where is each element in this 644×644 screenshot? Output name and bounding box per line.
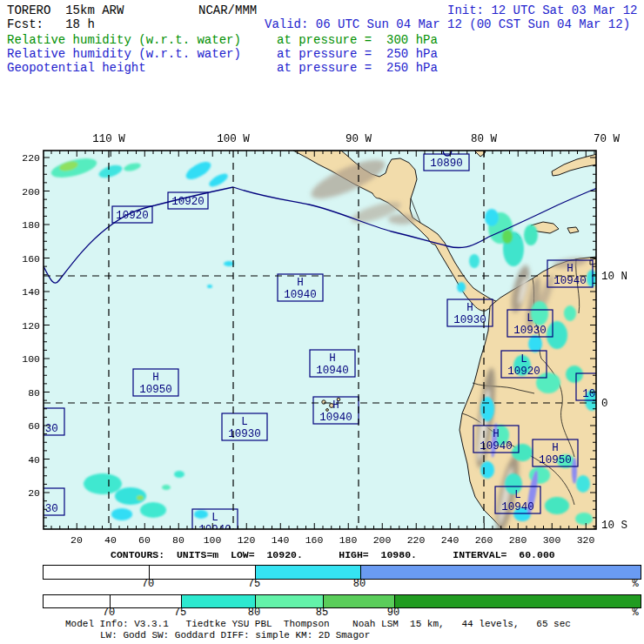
axis-label: 20 bbox=[70, 534, 83, 546]
colorbar-segment bbox=[255, 595, 323, 607]
axis-label: 20 bbox=[28, 487, 40, 499]
axis-label: 10 N bbox=[601, 271, 627, 283]
axis-label: 300 bbox=[543, 534, 561, 546]
colorbar-tick-label: 80 bbox=[353, 578, 366, 590]
svg-text:10940: 10940 bbox=[284, 289, 317, 301]
axis-label: 140 bbox=[22, 286, 40, 298]
colorbar-tick-label: 70 bbox=[142, 578, 154, 590]
weather-map-page: TORERO 15km ARW NCAR/MMM Init: 12 UTC Sa… bbox=[0, 0, 644, 644]
axis-label: 240 bbox=[441, 534, 460, 546]
svg-text:10950: 10950 bbox=[539, 454, 572, 466]
colorbar-rh-300hpa bbox=[43, 594, 641, 608]
colorbar-rh-250hpa bbox=[43, 565, 641, 580]
axis-label: 160 bbox=[22, 253, 40, 265]
colorbar-tick-label: % bbox=[632, 578, 638, 590]
svg-text:L: L bbox=[520, 353, 527, 366]
svg-text:L: L bbox=[241, 416, 248, 428]
colorbar-tick-label: 70 bbox=[103, 607, 115, 619]
colorbar-segment bbox=[181, 595, 255, 607]
colorbar-tick-label: 80 bbox=[248, 607, 260, 619]
svg-text:10940: 10940 bbox=[501, 501, 534, 513]
axis-label: 100 bbox=[22, 353, 40, 365]
axis-label: 200 bbox=[22, 186, 40, 198]
axis-label: 200 bbox=[373, 534, 392, 546]
colorbar-tick-label: % bbox=[632, 607, 638, 619]
svg-text:H: H bbox=[329, 352, 336, 365]
svg-text:H: H bbox=[152, 372, 159, 384]
svg-text:10920: 10920 bbox=[116, 210, 149, 222]
axis-label: 220 bbox=[22, 152, 40, 164]
axis-label: 70 W bbox=[594, 133, 621, 145]
svg-text:10940: 10940 bbox=[553, 275, 587, 287]
colorbar-segment bbox=[360, 566, 641, 579]
colorbar-segment bbox=[255, 566, 360, 579]
svg-text:10920: 10920 bbox=[507, 366, 540, 378]
colorbar-segment bbox=[44, 595, 110, 607]
axis-label: 10 S bbox=[601, 520, 627, 532]
axis-label: 100 W bbox=[217, 133, 250, 145]
axis-label: 60 bbox=[138, 534, 151, 546]
svg-text:H: H bbox=[297, 277, 304, 289]
axis-label: 120 bbox=[22, 320, 40, 332]
colorbar-segment bbox=[323, 595, 394, 607]
colorbar-segment bbox=[44, 566, 149, 579]
svg-text:10940: 10940 bbox=[319, 412, 352, 424]
axis-label: 80 bbox=[28, 387, 40, 399]
svg-text:H: H bbox=[493, 428, 500, 440]
svg-text:H: H bbox=[332, 399, 339, 412]
axis-label: 160 bbox=[305, 534, 324, 546]
svg-text:10930: 10930 bbox=[582, 388, 615, 400]
svg-text:10940: 10940 bbox=[480, 440, 513, 453]
map-canvas: 108901092010920H10940H10950H10940H10940L… bbox=[0, 0, 644, 644]
svg-text:10950: 10950 bbox=[139, 384, 172, 396]
axis-label: 120 bbox=[238, 534, 256, 546]
svg-text:H: H bbox=[567, 263, 574, 275]
svg-text:L: L bbox=[527, 312, 533, 325]
colorbar-tick-label: 75 bbox=[174, 607, 186, 619]
svg-text:10940: 10940 bbox=[316, 365, 349, 377]
svg-text:10930: 10930 bbox=[25, 503, 58, 515]
axis-label: 320 bbox=[577, 534, 595, 546]
svg-text:H: H bbox=[552, 442, 559, 454]
svg-text:L: L bbox=[514, 489, 521, 501]
colorbar-segment bbox=[394, 595, 641, 607]
axis-label: 60 bbox=[28, 420, 40, 432]
axis-label: 90 W bbox=[345, 133, 372, 145]
svg-text:10920: 10920 bbox=[171, 196, 205, 208]
contours-info: CONTOURS: UNITS=m LOW= 10920. HIGH= 1098… bbox=[111, 549, 555, 560]
colorbar-tick-label: 85 bbox=[316, 607, 328, 619]
svg-text:10930: 10930 bbox=[453, 314, 486, 326]
axis-label: 280 bbox=[509, 534, 527, 546]
axis-label: 260 bbox=[475, 534, 493, 546]
svg-text:L: L bbox=[211, 512, 218, 524]
colorbar-tick-label: 90 bbox=[387, 607, 399, 619]
axis-label: 180 bbox=[339, 534, 358, 546]
axis-label: 80 bbox=[172, 534, 184, 546]
axis-label: 0 bbox=[601, 398, 608, 410]
model-info-line-1: Model Info: V3.3.1 Tiedtke YSU PBL Thomp… bbox=[65, 619, 571, 629]
axis-label: 40 bbox=[104, 534, 117, 546]
svg-text:H: H bbox=[466, 302, 473, 314]
axis-label: 110 W bbox=[92, 133, 125, 145]
axis-label: 220 bbox=[407, 534, 426, 546]
axis-label: 40 bbox=[28, 454, 40, 466]
axis-label: 80 W bbox=[471, 133, 498, 145]
svg-text:10930: 10930 bbox=[513, 325, 547, 337]
axis-label: 100 bbox=[204, 534, 222, 546]
axis-label: 180 bbox=[22, 219, 40, 231]
colorbar-tick-label: 75 bbox=[248, 578, 260, 590]
svg-text:10890: 10890 bbox=[430, 158, 463, 170]
colorbar-segment bbox=[110, 595, 181, 607]
model-info-line-2: LW: Godd SW: Goddard DIFF: simple KM: 2D… bbox=[100, 630, 370, 641]
colorbar-segment bbox=[149, 566, 255, 579]
axis-label: 140 bbox=[272, 534, 290, 546]
